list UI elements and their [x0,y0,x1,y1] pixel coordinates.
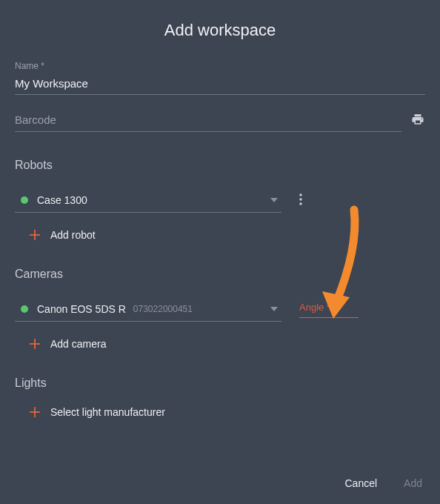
lights-header: Lights [15,377,425,390]
chevron-down-icon [268,198,280,202]
robots-header: Robots [15,159,425,172]
camera-serial: 073022000451 [133,304,193,314]
svg-point-0 [299,193,301,196]
more-vert-icon[interactable] [295,189,307,213]
barcode-input-wrap [15,113,401,132]
camera-row: Canon EOS 5DS R 073022000451 Angle * [15,297,425,322]
add-camera-label: Add camera [50,338,106,350]
add-robot-button[interactable]: Add robot [28,229,425,241]
print-icon[interactable] [410,113,425,132]
add-camera-button[interactable]: Add camera [28,338,425,350]
camera-select[interactable]: Canon EOS 5DS R 073022000451 [15,297,281,322]
add-robot-label: Add robot [50,229,96,241]
chevron-down-icon [268,307,280,311]
cameras-header: Cameras [15,268,425,281]
dialog-title: Add workspace [15,21,425,40]
add-button[interactable]: Add [404,477,422,489]
barcode-input[interactable] [15,113,401,126]
angle-input[interactable]: Angle * [299,302,359,318]
name-input[interactable] [15,74,425,95]
name-label: Name * [15,61,425,71]
status-dot-icon [21,305,28,313]
plus-icon [28,406,41,418]
status-dot-icon [21,196,28,204]
plus-icon [28,338,41,350]
name-field-group: Name * [15,61,425,95]
robot-select[interactable]: Case 1300 [15,188,281,213]
cancel-button[interactable]: Cancel [344,477,377,489]
angle-label: Angle * [299,302,330,313]
select-light-manufacturer-button[interactable]: Select light manufacturer [28,406,425,418]
dialog-footer: Cancel Add [344,477,422,489]
robot-name: Case 1300 [37,194,268,206]
barcode-row [15,113,425,132]
add-workspace-dialog: Add workspace Name * Robots Case 1300 Ad… [0,0,440,433]
svg-point-2 [299,202,301,205]
select-light-label: Select light manufacturer [50,406,165,418]
camera-name: Canon EOS 5DS R [37,303,126,315]
svg-point-1 [299,198,301,200]
robot-row: Case 1300 [15,188,425,213]
plus-icon [28,229,41,241]
